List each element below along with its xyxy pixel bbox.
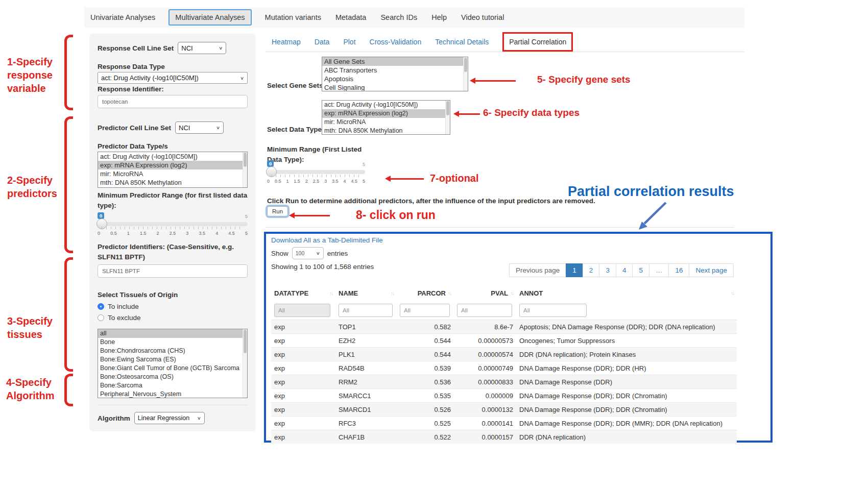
entries-label: entries	[327, 250, 348, 257]
response-cell-line-set-select[interactable]: NCI	[178, 42, 226, 54]
table-row[interactable]: expCHAF1B0.5220.0000157DDR (DNA replicat…	[271, 430, 737, 444]
table-row[interactable]: expRFC30.5250.0000141DNA Damage Response…	[271, 416, 737, 430]
run-button[interactable]: Run	[267, 206, 288, 216]
listbox-option[interactable]: Cell Signaling	[322, 83, 463, 91]
filter-annot-input[interactable]	[519, 304, 587, 317]
scrollbar[interactable]	[445, 101, 450, 134]
filter-datatype-input[interactable]	[274, 304, 330, 317]
slider-track[interactable]	[267, 170, 365, 174]
listbox-option[interactable]: act: Drug Activity (-log10[IC50M])	[98, 152, 243, 161]
pagination-previous[interactable]: Previous page	[509, 263, 566, 277]
col-pval[interactable]: PVAL	[491, 289, 508, 297]
listbox-option[interactable]: ABC Transporters	[322, 66, 463, 75]
scrollbar[interactable]	[463, 57, 468, 91]
response-identifier-input[interactable]	[98, 95, 248, 108]
sort-icon[interactable]: ↑↓	[510, 290, 513, 296]
scrollbar-thumb[interactable]	[446, 101, 449, 115]
col-annot[interactable]: ANNOT	[519, 289, 543, 297]
nav-multivariate-analyses[interactable]: Multivariate Analyses	[168, 9, 251, 26]
listbox-option-selected[interactable]: exp: mRNA Expression (log2)	[98, 161, 243, 169]
table-row[interactable]: expRAD54B0.5390.00000749DNA Damage Respo…	[271, 361, 737, 375]
tab-data[interactable]: Data	[315, 38, 330, 46]
listbox-option-selected[interactable]: all	[98, 329, 243, 338]
min-predictor-range-slider[interactable]: 0 5 00.511.522.533.544.55	[98, 212, 248, 238]
pagination-page-current[interactable]: 1	[566, 263, 583, 277]
filter-parcor-input[interactable]	[400, 304, 450, 317]
minimum-range-slider[interactable]: 0 5 00.511.522.533.544.55	[267, 160, 365, 186]
nav-mutation-variants[interactable]: Mutation variants	[264, 10, 322, 25]
listbox-option[interactable]: mth: DNA 850K Methylation	[98, 178, 243, 187]
annotation-step8: 8- click on run	[356, 208, 436, 223]
sort-icon[interactable]: ↑↓	[329, 290, 332, 296]
predictor-data-types-listbox[interactable]: act: Drug Activity (-log10[IC50M]) exp: …	[98, 152, 248, 188]
gene-sets-listbox[interactable]: All Gene Sets ABC Transporters Apoptosis…	[322, 57, 468, 91]
radio-exclude[interactable]	[98, 314, 104, 321]
col-parcor[interactable]: PARCOR	[418, 289, 446, 297]
sort-icon[interactable]: ↑↓	[448, 290, 451, 296]
scrollbar[interactable]	[243, 329, 247, 398]
listbox-option[interactable]: Bone:Sarcoma	[98, 381, 243, 390]
tab-partial-correlation[interactable]: Partial Correlation	[502, 32, 573, 52]
sort-icon[interactable]: ↑↓	[731, 290, 734, 296]
download-link[interactable]: Download All as a Tab-Delimited File	[271, 236, 383, 244]
listbox-option-selected[interactable]: All Gene Sets	[322, 57, 463, 66]
scrollbar-thumb[interactable]	[244, 153, 247, 167]
filter-name-input[interactable]	[339, 304, 393, 317]
tab-technical-details[interactable]: Technical Details	[435, 38, 489, 46]
listbox-option[interactable]: act: Drug Activity (-log10[IC50M])	[322, 101, 445, 109]
listbox-option[interactable]: Bone	[98, 338, 243, 347]
pagination-page[interactable]: 2	[583, 263, 600, 277]
listbox-option[interactable]: Bone:Chondrosarcoma (CHS)	[98, 347, 243, 355]
radio-row-include[interactable]: To include	[98, 303, 248, 310]
table-row[interactable]: expRRM20.5360.00000833DNA Damage Respons…	[271, 375, 737, 388]
scrollbar[interactable]	[243, 152, 247, 187]
listbox-option[interactable]: mth: DNA 850K Methylation	[322, 127, 445, 135]
table-row[interactable]: expTOP10.5828.6e-7Apoptosis; DNA Damage …	[271, 320, 737, 333]
pagination-next[interactable]: Next page	[689, 263, 734, 277]
scrollbar-thumb[interactable]	[464, 58, 467, 72]
pagination-page[interactable]: 3	[599, 263, 616, 277]
filter-pval-input[interactable]	[457, 304, 512, 317]
col-datatype[interactable]: DATATYPE	[274, 289, 308, 297]
pagination-page[interactable]: 16	[668, 263, 689, 277]
listbox-option[interactable]: mir: MicroRNA	[322, 118, 445, 127]
table-row[interactable]: expPLK10.5440.00000574DDR (DNA replicati…	[271, 347, 737, 361]
radio-row-exclude[interactable]: To exclude	[98, 314, 248, 322]
col-name[interactable]: NAME	[339, 289, 358, 297]
slider-track[interactable]	[98, 222, 248, 226]
response-data-type-label: Response Data Type	[98, 63, 248, 70]
nav-univariate-analyses[interactable]: Univariate Analyses	[89, 10, 156, 25]
tissue-listbox[interactable]: all Bone Bone:Chondrosarcoma (CHS) Bone:…	[98, 329, 248, 398]
annotation-step7: 7-optional	[430, 172, 479, 185]
tab-plot[interactable]: Plot	[343, 38, 355, 46]
algorithm-label: Algorithm	[98, 414, 130, 422]
listbox-option-selected[interactable]: exp: mRNA Expression (log2)	[322, 109, 445, 118]
table-row[interactable]: expSMARCD10.5260.0000132DNA Damage Respo…	[271, 402, 737, 416]
radio-include[interactable]	[98, 303, 104, 310]
listbox-option[interactable]: Apoptosis	[322, 75, 463, 83]
tab-cross-validation[interactable]: Cross-Validation	[370, 38, 422, 46]
pagination-page[interactable]: 5	[632, 263, 649, 277]
nav-help[interactable]: Help	[430, 10, 448, 25]
annotation-arrow-results	[632, 201, 673, 233]
table-row[interactable]: expSMARCC10.5350.000009DNA Damage Respon…	[271, 388, 737, 402]
scrollbar-thumb[interactable]	[244, 330, 247, 353]
listbox-option[interactable]: Peripheral_Nervous_System	[98, 390, 243, 398]
pagination-page[interactable]: 4	[616, 263, 633, 277]
listbox-option[interactable]: Bone:Giant Cell Tumor of Bone (GCTB) Sar…	[98, 364, 243, 373]
nav-metadata[interactable]: Metadata	[334, 10, 367, 25]
listbox-option[interactable]: Bone:Ewing Sarcoma (ES)	[98, 355, 243, 364]
sort-icon[interactable]: ↑↓	[391, 290, 394, 296]
algorithm-select[interactable]: Linear Regression	[134, 412, 205, 424]
listbox-option[interactable]: Bone:Osteosarcoma (OS)	[98, 373, 243, 381]
nav-video-tutorial[interactable]: Video tutorial	[460, 10, 505, 25]
response-data-type-select[interactable]: act: Drug Activity (-log10[IC50M])	[98, 72, 248, 84]
nav-search-ids[interactable]: Search IDs	[379, 10, 418, 25]
predictor-identifiers-input[interactable]	[98, 264, 248, 278]
tab-heatmap[interactable]: Heatmap	[272, 38, 301, 46]
table-row[interactable]: expEZH20.5440.00000573Oncogenes; Tumor S…	[271, 333, 737, 347]
data-types-listbox[interactable]: act: Drug Activity (-log10[IC50M]) exp: …	[322, 100, 450, 135]
predictor-cell-line-set-select[interactable]: NCI	[175, 121, 224, 134]
page-size-select[interactable]: 100	[292, 247, 324, 259]
listbox-option[interactable]: mir: MicroRNA	[98, 169, 243, 178]
